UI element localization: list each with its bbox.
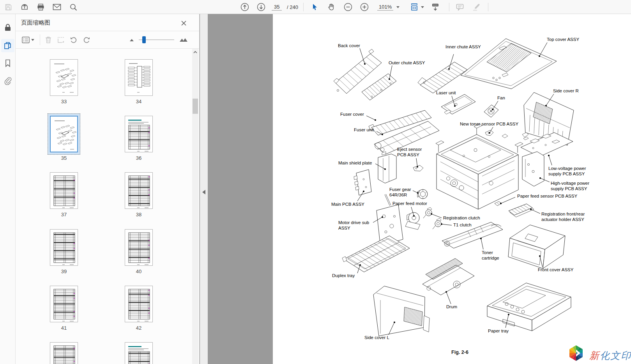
thumbnail-image[interactable] bbox=[50, 229, 78, 266]
extract-page-button[interactable] bbox=[55, 34, 66, 45]
panel-toolbar-separator bbox=[40, 34, 40, 45]
thumbnail-image[interactable] bbox=[50, 116, 78, 152]
zoom-in-button[interactable] bbox=[359, 2, 370, 12]
thumbnail-page-36[interactable]: 36 bbox=[125, 116, 153, 161]
hand-tool-button[interactable] bbox=[325, 2, 337, 12]
thumbnails-panel-button[interactable] bbox=[1, 39, 14, 52]
zoom-small-button[interactable] bbox=[128, 34, 136, 45]
comment-button[interactable] bbox=[454, 2, 466, 12]
part-eject-sensor bbox=[413, 165, 423, 171]
thumbnail-page-38[interactable]: 38 bbox=[125, 172, 153, 217]
lock-icon bbox=[4, 23, 12, 32]
thumbnail-image[interactable] bbox=[125, 172, 153, 209]
scrollbar-thumb[interactable] bbox=[193, 99, 198, 114]
thumbnail-page-40[interactable]: 40 bbox=[125, 229, 153, 274]
thumbnail-page-42[interactable]: 42 bbox=[125, 286, 153, 331]
svg-text:Fuser gear64R/36R: Fuser gear64R/36R bbox=[389, 187, 411, 197]
thumbnail-page-37[interactable]: 37 bbox=[50, 172, 78, 217]
collapse-panel-handle[interactable] bbox=[201, 187, 207, 197]
chevron-up-icon bbox=[193, 51, 197, 53]
fit-width-button[interactable] bbox=[409, 2, 425, 12]
panel-scrollbar[interactable] bbox=[192, 49, 198, 364]
zoom-out-button[interactable] bbox=[342, 2, 354, 12]
diagram-label-eject-sensor: Eject sensorPCB ASSY bbox=[397, 147, 422, 168]
diagram-label-top-cover: Top cover ASSY bbox=[539, 37, 580, 57]
bookmarks-panel-button[interactable] bbox=[1, 57, 14, 70]
watermark-text: 新化文印网 bbox=[589, 350, 631, 361]
part-front-cover bbox=[508, 225, 565, 269]
thumbnail-page-43[interactable]: 43 bbox=[50, 342, 78, 364]
thumbnail-image[interactable] bbox=[50, 342, 78, 364]
svg-text:Low-voltage powersupply PCB AS: Low-voltage powersupply PCB ASSY bbox=[548, 166, 586, 176]
thumbnail-preview bbox=[125, 173, 153, 209]
close-panel-button[interactable] bbox=[179, 18, 188, 28]
hide-toolbar-button[interactable] bbox=[430, 2, 441, 12]
zoom-level-dropdown[interactable]: 101% bbox=[377, 0, 399, 14]
print-button[interactable] bbox=[35, 2, 46, 12]
panel-header: 页面缩略图 bbox=[16, 14, 199, 31]
previous-page-button[interactable] bbox=[239, 2, 251, 12]
svg-text:Tonercartridge: Tonercartridge bbox=[482, 250, 499, 260]
svg-text:Paper feed sensor PCB ASSY: Paper feed sensor PCB ASSY bbox=[517, 194, 577, 198]
save-icon bbox=[5, 4, 12, 11]
svg-text:文: 文 bbox=[610, 350, 621, 361]
thumbnail-image[interactable] bbox=[125, 342, 153, 364]
thumbnail-preview bbox=[125, 343, 153, 364]
diagram-label-toner-cartridge: Tonercartridge bbox=[480, 238, 499, 260]
svg-text:Registration clutch: Registration clutch bbox=[443, 216, 480, 220]
collapse-left-icon bbox=[202, 190, 205, 194]
thumbnail-image[interactable] bbox=[125, 59, 153, 96]
diagram-label-drum: Drum bbox=[445, 291, 457, 309]
thumbnail-image[interactable] bbox=[50, 59, 78, 96]
pdf-page: Back coverOuter chute ASSYInner chute AS… bbox=[273, 14, 631, 364]
thumbnail-size-slider-thumb[interactable] bbox=[142, 36, 146, 43]
panel-resize-strip bbox=[200, 14, 208, 364]
part-reg-actuator-holder bbox=[509, 204, 534, 217]
document-area[interactable]: Back coverOuter chute ASSYInner chute AS… bbox=[208, 14, 631, 364]
thumbnail-page-34[interactable]: 34 bbox=[125, 59, 153, 104]
part-paper-tray bbox=[487, 283, 571, 331]
comment-bubble-icon bbox=[456, 3, 464, 11]
save-button[interactable] bbox=[2, 2, 14, 12]
thumbnail-preview bbox=[125, 286, 153, 323]
page-number-field[interactable]: 35 bbox=[272, 0, 282, 14]
next-page-button[interactable] bbox=[255, 2, 267, 12]
envelope-icon bbox=[53, 4, 61, 11]
select-tool-button[interactable] bbox=[309, 2, 321, 12]
rotate-cw-button[interactable] bbox=[81, 34, 92, 45]
email-button[interactable] bbox=[51, 2, 63, 12]
thumbnail-page-number: 41 bbox=[50, 325, 78, 331]
thumbnail-image[interactable] bbox=[50, 286, 78, 322]
svg-text:Fan: Fan bbox=[497, 95, 505, 100]
thumbnail-image[interactable] bbox=[50, 172, 78, 209]
part-hvps bbox=[522, 152, 544, 186]
page-thumbnails-icon bbox=[4, 41, 12, 50]
search-button[interactable] bbox=[67, 2, 79, 12]
thumbnail-image[interactable] bbox=[125, 116, 153, 152]
rotate-ccw-button[interactable] bbox=[68, 34, 79, 45]
attachments-panel-button[interactable] bbox=[1, 74, 14, 87]
part-fuser-gear bbox=[417, 189, 428, 199]
small-mountain-icon bbox=[129, 38, 135, 42]
thumbnail-page-41[interactable]: 41 bbox=[50, 286, 78, 331]
scrollbar-up-arrow[interactable] bbox=[192, 49, 198, 55]
svg-text:Registration front/rearactuato: Registration front/rearactuator holder A… bbox=[541, 212, 585, 222]
thumbnail-page-33[interactable]: 33 bbox=[50, 59, 78, 104]
svg-text:Inner chute ASSY: Inner chute ASSY bbox=[445, 44, 481, 49]
options-list-icon bbox=[22, 37, 30, 43]
thumbnail-image[interactable] bbox=[125, 229, 153, 266]
thumbnail-page-35[interactable]: 35 bbox=[50, 116, 78, 161]
security-panel-button[interactable] bbox=[1, 21, 14, 34]
thumbnail-page-39[interactable]: 39 bbox=[50, 229, 78, 274]
delete-page-button[interactable] bbox=[43, 34, 54, 45]
highlight-button[interactable] bbox=[470, 2, 482, 12]
thumbnail-options-button[interactable] bbox=[20, 34, 36, 45]
thumbnail-preview bbox=[51, 117, 79, 153]
thumbnail-image[interactable] bbox=[125, 286, 153, 322]
thumbnail-page-44[interactable]: 44 bbox=[125, 342, 153, 364]
part-laser-unit bbox=[441, 94, 475, 114]
extract-page-icon bbox=[57, 36, 65, 44]
share-button[interactable] bbox=[19, 2, 30, 12]
part-main-chassis bbox=[436, 124, 523, 209]
zoom-large-button[interactable] bbox=[179, 34, 189, 45]
